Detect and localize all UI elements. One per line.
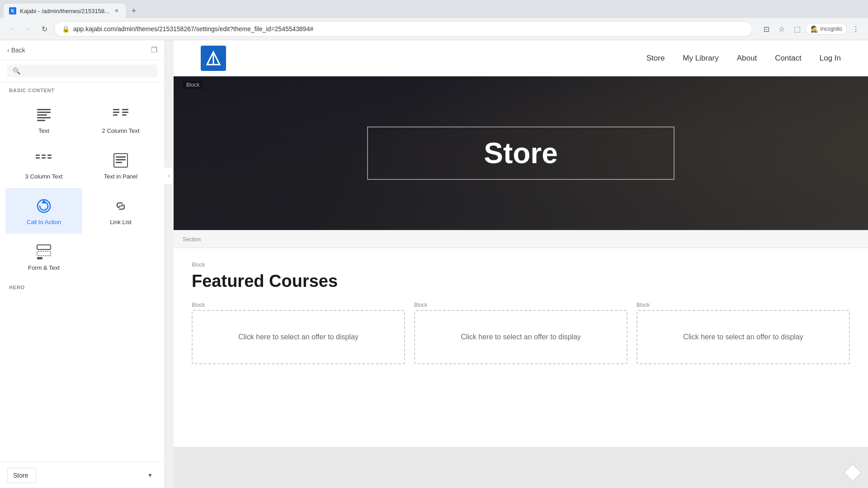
reload-button[interactable]: ↻ — [38, 23, 51, 35]
svg-rect-24 — [37, 245, 51, 249]
cast-icon[interactable]: ⊡ — [760, 22, 773, 36]
incognito-avatar-icon: 🕵 — [811, 25, 818, 33]
svg-rect-5 — [113, 109, 119, 110]
page-selector[interactable]: Store Home Blog About — [7, 468, 36, 483]
nav-contact[interactable]: Contact — [775, 54, 802, 63]
block-grid: Text 2 Column Text — [0, 97, 165, 279]
hero-block[interactable]: Store — [367, 127, 675, 180]
svg-rect-8 — [122, 109, 128, 110]
svg-rect-18 — [116, 156, 126, 158]
search-icon: 🔍 — [13, 67, 20, 75]
hero-section: Block Store — [174, 76, 868, 230]
incognito-label: Incognito — [820, 26, 842, 32]
page-selector-wrapper: Store Home Blog About ▼ — [7, 468, 157, 483]
text-block-icon — [34, 105, 54, 125]
course-2-placeholder: Click here to select an offer to display — [461, 332, 581, 343]
nav-my-library[interactable]: My Library — [683, 54, 718, 63]
cta-block-icon — [34, 196, 54, 216]
back-chevron-icon: ‹ — [7, 47, 9, 54]
sidebar-item-3col-text[interactable]: 3 Column Text — [5, 142, 82, 188]
sidebar-collapse-handle[interactable]: ‹ — [165, 167, 174, 185]
sidebar-item-text-panel[interactable]: Text in Panel — [82, 142, 159, 188]
course-1-placeholder: Click here to select an offer to display — [238, 332, 359, 343]
hero-section-label: HERO — [0, 279, 165, 294]
bookmark-icon[interactable]: ☆ — [775, 22, 788, 36]
svg-rect-25 — [37, 251, 51, 256]
back-link[interactable]: ‹ Back — [7, 47, 25, 54]
address-bar-row: ← → ↻ 🔒 app.kajabi.com/admin/themes/2153… — [0, 18, 868, 40]
link-list-block-icon — [111, 196, 131, 216]
site-logo — [201, 46, 226, 71]
hero-block-label: Block — [183, 81, 203, 89]
search-input-wrapper: 🔍 — [7, 65, 157, 77]
profile-extensions-icon[interactable]: ⬚ — [790, 22, 804, 36]
svg-rect-14 — [42, 157, 46, 159]
3col-text-block-icon — [34, 150, 54, 170]
section-divider: Section — [174, 230, 868, 248]
forward-nav-button[interactable]: → — [22, 23, 34, 35]
text-block-label: Text — [38, 127, 49, 134]
sidebar-footer: Store Home Blog About ▼ — [0, 462, 165, 488]
basic-content-section-label: BASIC CONTENT — [0, 82, 165, 97]
form-text-block-icon — [34, 242, 54, 262]
svg-rect-20 — [116, 162, 122, 163]
sidebar-item-cta[interactable]: Call to Action — [5, 188, 82, 234]
svg-rect-16 — [47, 157, 52, 159]
browser-chrome: K Kajabi - /admin/themes/2153158... ✕ + … — [0, 0, 868, 40]
course-card-1[interactable]: Click here to select an offer to display — [192, 310, 405, 364]
2col-text-block-icon — [111, 105, 131, 125]
cta-block-label: Call to Action — [27, 219, 61, 225]
nav-store[interactable]: Store — [646, 54, 665, 63]
course-3-placeholder: Click here to select an offer to display — [683, 332, 803, 343]
course-2-block-tag: Block — [414, 302, 627, 308]
svg-rect-7 — [113, 114, 118, 116]
more-options-icon[interactable]: ⋮ — [849, 22, 863, 36]
hero-title: Store — [404, 136, 637, 170]
svg-rect-11 — [36, 155, 40, 156]
3col-text-block-label: 3 Column Text — [25, 173, 63, 180]
link-list-block-label: Link List — [110, 219, 132, 225]
tab-bar: K Kajabi - /admin/themes/2153158... ✕ + — [0, 0, 868, 18]
courses-grid: Block Click here to select an offer to d… — [192, 302, 850, 364]
svg-rect-26 — [37, 257, 42, 259]
sidebar-header: ‹ Back ❐ — [0, 40, 165, 60]
site-navbar: Store My Library About Contact Log In — [174, 40, 868, 76]
course-block-3: Block Click here to select an offer to d… — [637, 302, 850, 364]
svg-rect-2 — [37, 114, 47, 116]
site-nav-links: Store My Library About Contact Log In — [646, 54, 841, 63]
course-block-2: Block Click here to select an offer to d… — [414, 302, 627, 364]
svg-rect-12 — [36, 157, 40, 159]
incognito-button[interactable]: 🕵 Incognito — [806, 23, 847, 35]
sidebar-item-2col-text[interactable]: 2 Column Text — [82, 97, 159, 142]
new-tab-button[interactable]: + — [127, 5, 140, 17]
svg-rect-3 — [37, 117, 51, 118]
address-text: app.kajabi.com/admin/themes/2153158267/s… — [73, 25, 313, 33]
svg-rect-19 — [116, 159, 126, 160]
course-card-3[interactable]: Click here to select an offer to display — [637, 310, 850, 364]
nav-log-in[interactable]: Log In — [820, 54, 841, 63]
svg-rect-4 — [37, 120, 45, 121]
course-card-2[interactable]: Click here to select an offer to display — [414, 310, 627, 364]
external-link-icon[interactable]: ❐ — [151, 46, 157, 54]
preview-area: Store My Library About Contact Log In Bl… — [174, 40, 868, 447]
featured-block-tag: Block — [192, 262, 850, 268]
course-block-1: Block Click here to select an offer to d… — [192, 302, 405, 364]
sidebar-item-form-text[interactable]: Form & Text — [5, 234, 82, 279]
tab-close-button[interactable]: ✕ — [113, 7, 120, 14]
back-label: Back — [11, 47, 25, 54]
toolbar-icons: ⊡ ☆ ⬚ 🕵 Incognito ⋮ — [760, 22, 863, 36]
text-panel-block-icon — [111, 150, 131, 170]
search-input[interactable] — [24, 67, 152, 75]
svg-rect-1 — [37, 112, 51, 113]
chevron-down-icon: ▼ — [147, 472, 153, 479]
nav-about[interactable]: About — [737, 54, 757, 63]
back-nav-button[interactable]: ← — [5, 23, 18, 35]
section-tag: Section — [183, 236, 201, 243]
address-bar[interactable]: 🔒 app.kajabi.com/admin/themes/2153158267… — [54, 21, 752, 37]
sidebar-item-link-list[interactable]: Link List — [82, 188, 159, 234]
active-tab[interactable]: K Kajabi - /admin/themes/2153158... ✕ — [4, 4, 126, 18]
svg-rect-9 — [122, 112, 128, 113]
sidebar: ‹ Back ❐ 🔍 BASIC CONTENT — [0, 40, 165, 488]
tab-favicon: K — [9, 7, 16, 14]
sidebar-item-text[interactable]: Text — [5, 97, 82, 142]
